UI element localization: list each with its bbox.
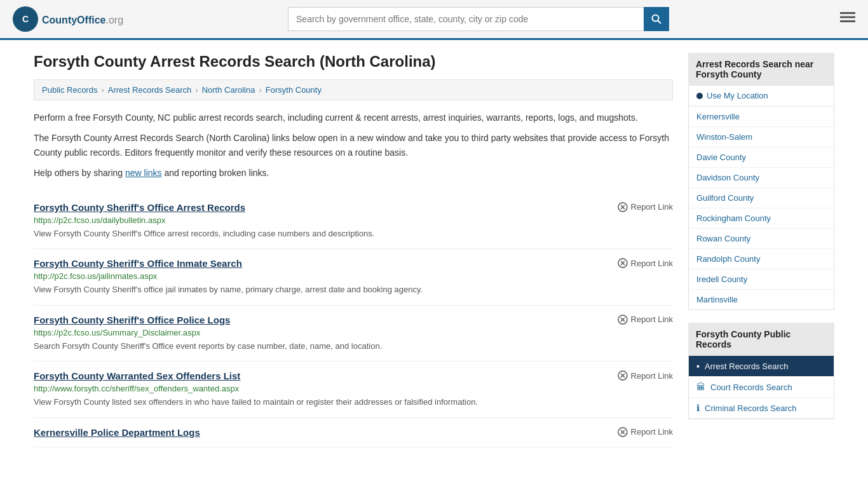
breadcrumb-sep-1: › — [101, 85, 104, 95]
logo-area: C CountyOffice.org — [13, 6, 123, 32]
description-para1: Perform a free Forsyth County, NC public… — [34, 111, 673, 125]
results-list: Forsyth County Sheriff's Office Arrest R… — [34, 193, 673, 447]
report-link-2[interactable]: Report Link — [618, 315, 673, 325]
location-dot-icon — [696, 93, 703, 99]
breadcrumb-sep-3: › — [259, 85, 261, 95]
result-header: Forsyth County Sheriff's Office Police L… — [34, 315, 673, 325]
result-header: Forsyth County Sheriff's Office Inmate S… — [34, 258, 673, 269]
page-title: Forsyth County Arrest Records Search (No… — [34, 53, 673, 71]
list-item[interactable]: 🏛 Court Records Search — [689, 377, 834, 398]
sidebar-link-winston-salem[interactable]: Winston-Salem — [689, 127, 834, 147]
sidebar-link-davie-county[interactable]: Davie County — [689, 147, 834, 167]
svg-text:C: C — [22, 14, 29, 24]
svg-rect-4 — [840, 12, 855, 14]
main-container: Forsyth County Arrest Records Search (No… — [21, 40, 847, 460]
list-item[interactable]: Guilford County — [689, 188, 834, 208]
sidebar-link-davidson-county[interactable]: Davidson County — [689, 168, 834, 187]
report-icon — [618, 315, 628, 325]
sidebar-link-rockingham-county[interactable]: Rockingham County — [689, 208, 834, 228]
report-icon — [618, 258, 628, 268]
search-area — [288, 7, 669, 31]
sidebar-arrest-records-link[interactable]: ▪ Arrest Records Search — [689, 356, 834, 376]
result-desc-1: View Forsyth County Sheriff's office jai… — [34, 283, 673, 296]
sidebar-court-records-link[interactable]: 🏛 Court Records Search — [689, 377, 834, 397]
report-link-4[interactable]: Report Link — [618, 427, 673, 437]
result-desc-3: View Forsyth County listed sex offenders… — [34, 396, 673, 409]
result-header: Forsyth County Warranted Sex Offenders L… — [34, 370, 673, 381]
use-location-label: Use My Location — [707, 91, 768, 100]
report-icon — [618, 427, 628, 437]
sidebar-link-rowan-county[interactable]: Rowan County — [689, 229, 834, 248]
result-url-3[interactable]: http://www.forsyth.cc/sheriff/sex_offend… — [34, 384, 673, 393]
breadcrumb: Public Records › Arrest Records Search ›… — [34, 79, 673, 100]
result-desc-0: View Forsyth County Sheriff's Office arr… — [34, 227, 673, 240]
list-item[interactable]: ▪ Arrest Records Search — [689, 356, 834, 377]
breadcrumb-north-carolina[interactable]: North Carolina — [202, 85, 255, 95]
description-para2: The Forsyth County Arrest Records Search… — [34, 131, 673, 159]
svg-point-2 — [653, 15, 659, 22]
result-title-1[interactable]: Forsyth County Sheriff's Office Inmate S… — [34, 258, 242, 269]
list-item[interactable]: Kernersville — [689, 107, 834, 127]
court-records-icon: 🏛 — [696, 382, 705, 392]
list-item[interactable]: Randolph County — [689, 249, 834, 269]
sidebar-public-records-title: Forsyth County Public Records — [688, 323, 834, 356]
logo-text: CountyOffice.org — [42, 12, 123, 27]
report-icon — [618, 202, 628, 212]
arrest-records-label: Arrest Records Search — [705, 362, 789, 371]
list-item[interactable]: Rowan County — [689, 229, 834, 249]
search-icon — [651, 14, 661, 24]
sidebar-link-kernersville[interactable]: Kernersville — [689, 107, 834, 126]
svg-rect-5 — [840, 17, 855, 18]
result-item: Forsyth County Warranted Sex Offenders L… — [34, 362, 673, 418]
description-para3: Help others by sharing new links and rep… — [34, 166, 673, 180]
report-link-0[interactable]: Report Link — [618, 202, 673, 212]
criminal-records-label: Criminal Records Search — [705, 403, 797, 413]
result-title-3[interactable]: Forsyth County Warranted Sex Offenders L… — [34, 370, 240, 381]
sidebar-use-location[interactable]: Use My Location — [689, 86, 834, 107]
result-title-2[interactable]: Forsyth County Sheriff's Office Police L… — [34, 315, 230, 325]
result-item: Forsyth County Sheriff's Office Arrest R… — [34, 193, 673, 250]
list-item[interactable]: Davie County — [689, 147, 834, 168]
sidebar: Arrest Records Search near Forsyth Count… — [688, 53, 834, 447]
list-item[interactable]: Rockingham County — [689, 208, 834, 229]
list-item[interactable]: Winston-Salem — [689, 127, 834, 147]
result-desc-2: Search Forsyth County Sheriff's Office e… — [34, 340, 673, 353]
sidebar-criminal-records-link[interactable]: ℹ Criminal Records Search — [689, 398, 834, 418]
report-icon — [618, 370, 628, 381]
arrest-records-icon: ▪ — [696, 361, 700, 371]
breadcrumb-forsyth-county[interactable]: Forsyth County — [266, 85, 322, 95]
logo-icon: C — [13, 6, 38, 32]
hamburger-button[interactable] — [840, 10, 855, 29]
breadcrumb-public-records[interactable]: Public Records — [42, 85, 97, 95]
sidebar-nearby-title: Arrest Records Search near Forsyth Count… — [688, 53, 834, 86]
sidebar-link-iredell-county[interactable]: Iredell County — [689, 269, 834, 289]
new-links-link[interactable]: new links — [125, 168, 162, 178]
list-item[interactable]: ℹ Criminal Records Search — [689, 398, 834, 419]
list-item[interactable]: Iredell County — [689, 269, 834, 290]
search-input[interactable] — [288, 7, 644, 31]
result-url-0[interactable]: https://p2c.fcso.us/dailybulletin.aspx — [34, 215, 673, 225]
result-url-1[interactable]: http://p2c.fcso.us/jailinmates.aspx — [34, 271, 673, 281]
result-title-0[interactable]: Forsyth County Sheriff's Office Arrest R… — [34, 202, 245, 213]
svg-line-3 — [658, 21, 661, 24]
result-header: Forsyth County Sheriff's Office Arrest R… — [34, 202, 673, 213]
search-button[interactable] — [644, 7, 669, 31]
sidebar-link-guilford-county[interactable]: Guilford County — [689, 188, 834, 208]
list-item[interactable]: Martinsville — [689, 290, 834, 309]
result-url-2[interactable]: https://p2c.fcso.us/Summary_Disclaimer.a… — [34, 328, 673, 337]
result-title-4[interactable]: Kernersville Police Department Logs — [34, 427, 200, 438]
sidebar-link-randolph-county[interactable]: Randolph County — [689, 249, 834, 269]
svg-rect-6 — [840, 20, 855, 22]
report-link-3[interactable]: Report Link — [618, 370, 673, 381]
sidebar-nearby-links: Use My Location Kernersville Winston-Sal… — [688, 86, 834, 310]
result-item: Forsyth County Sheriff's Office Inmate S… — [34, 249, 673, 306]
report-link-1[interactable]: Report Link — [618, 258, 673, 268]
sidebar-public-records-links: ▪ Arrest Records Search 🏛 Court Records … — [688, 356, 834, 419]
result-item: Kernersville Police Department Logs Repo… — [34, 418, 673, 447]
sidebar-link-martinsville[interactable]: Martinsville — [689, 290, 834, 309]
menu-icon — [840, 10, 855, 25]
list-item[interactable]: Davidson County — [689, 168, 834, 188]
court-records-label: Court Records Search — [710, 383, 792, 392]
main-content: Forsyth County Arrest Records Search (No… — [34, 53, 673, 447]
breadcrumb-arrest-records[interactable]: Arrest Records Search — [108, 85, 192, 95]
